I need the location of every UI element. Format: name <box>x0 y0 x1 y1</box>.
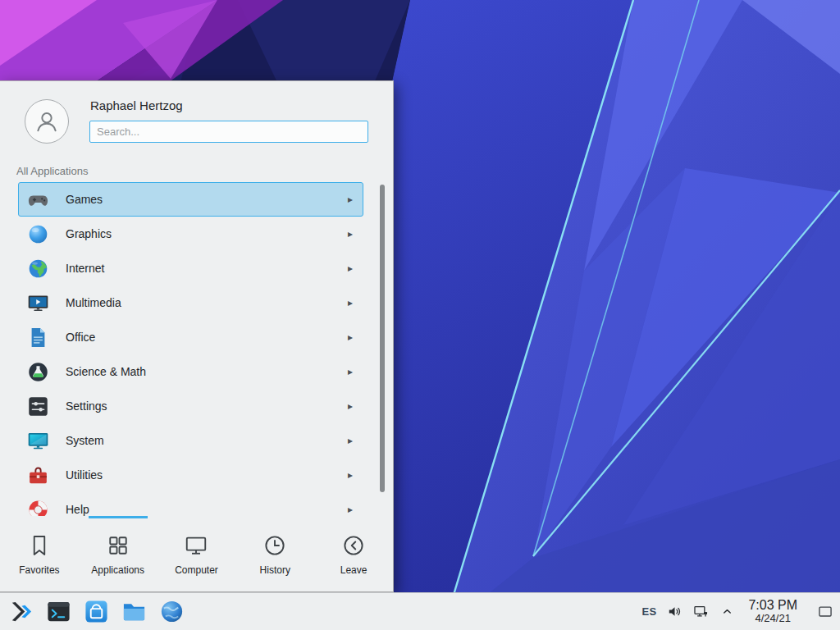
user-name: Raphael Hertzog <box>90 98 183 112</box>
submenu-arrow-icon: ▸ <box>348 297 354 308</box>
application-launcher: Raphael Hertzog All Applications Games ▸ <box>0 80 394 592</box>
category-row-office[interactable]: Office ▸ <box>18 320 363 354</box>
grid-icon <box>106 533 130 558</box>
sliders-icon <box>27 395 49 418</box>
blue-sphere-icon <box>27 223 49 245</box>
submenu-arrow-icon: ▸ <box>348 194 354 205</box>
leave-circle-icon <box>341 533 366 558</box>
network-icon[interactable] <box>692 604 709 620</box>
launcher-logo-icon <box>8 599 34 624</box>
category-row-utilities[interactable]: Utilities ▸ <box>18 458 363 492</box>
tab-label: Favorites <box>19 564 59 576</box>
tab-label: Computer <box>175 564 218 576</box>
category-row-multimedia[interactable]: Multimedia ▸ <box>18 285 363 320</box>
tab-label: Applications <box>91 564 144 576</box>
category-row-internet[interactable]: Internet ▸ <box>18 251 363 285</box>
clock-date: 4/24/21 <box>748 613 797 625</box>
submenu-arrow-icon: ▸ <box>348 262 354 274</box>
category-row-science-math[interactable]: Science & Math ▸ <box>18 354 363 389</box>
tab-applications[interactable]: Applications <box>79 516 158 591</box>
tab-label: Leave <box>340 564 368 576</box>
document-icon <box>27 326 49 349</box>
search-input[interactable] <box>89 121 368 143</box>
bookmark-icon <box>27 533 52 558</box>
submenu-arrow-icon: ▸ <box>348 469 354 481</box>
digital-clock[interactable]: 7:03 PM 4/24/21 <box>748 598 797 625</box>
submenu-arrow-icon: ▸ <box>348 504 354 515</box>
submenu-arrow-icon: ▸ <box>348 331 354 343</box>
software-center-button[interactable] <box>80 596 112 628</box>
show-desktop-button[interactable] <box>814 595 837 629</box>
lifebuoy-icon <box>27 499 49 518</box>
show-desktop-icon <box>817 604 833 620</box>
terminal-icon <box>46 599 71 624</box>
launcher-tab-bar: Favorites Applications <box>0 516 393 591</box>
category-row-system[interactable]: System ▸ <box>18 423 363 458</box>
clock-time: 7:03 PM <box>748 598 797 613</box>
category-row-graphics[interactable]: Graphics ▸ <box>18 217 363 251</box>
file-manager-button[interactable] <box>118 596 149 628</box>
system-tray: ES 7:03 PM <box>641 595 837 629</box>
category-label: Graphics <box>66 227 348 240</box>
category-label: Science & Math <box>66 365 348 378</box>
flask-icon <box>27 361 49 383</box>
category-label: Internet <box>66 262 348 275</box>
category-label: System <box>66 434 348 447</box>
taskbar: ES 7:03 PM <box>0 592 840 630</box>
category-label: Games <box>66 193 348 206</box>
submenu-arrow-icon: ▸ <box>348 228 354 240</box>
submenu-arrow-icon: ▸ <box>348 435 354 446</box>
section-label: All Applications <box>16 165 88 177</box>
clock-icon <box>262 533 287 558</box>
globe-icon <box>27 258 49 280</box>
volume-icon[interactable] <box>666 604 682 620</box>
terminal-app-button[interactable] <box>43 596 74 628</box>
keyboard-layout-indicator[interactable]: ES <box>641 605 656 618</box>
tab-favorites[interactable]: Favorites <box>0 516 79 591</box>
tab-computer[interactable]: Computer <box>158 516 236 591</box>
app-launcher-button[interactable] <box>5 596 36 628</box>
category-label: Multimedia <box>66 296 348 309</box>
submenu-arrow-icon: ▸ <box>348 366 354 377</box>
category-row-games[interactable]: Games ▸ <box>18 182 363 217</box>
monitor-play-icon <box>27 292 49 314</box>
category-label: Office <box>66 331 348 344</box>
person-icon <box>33 107 61 135</box>
category-label: Utilities <box>66 468 348 482</box>
category-label: Help <box>66 503 348 516</box>
tab-leave[interactable]: Leave <box>314 516 393 591</box>
tab-label: History <box>260 564 290 576</box>
teal-monitor-icon <box>27 430 49 452</box>
user-avatar[interactable] <box>25 99 69 144</box>
software-center-icon <box>84 599 109 624</box>
category-list: Games ▸ Graphics ▸ <box>18 182 363 518</box>
gamepad-icon <box>27 189 49 211</box>
web-browser-button[interactable] <box>156 596 187 628</box>
submenu-arrow-icon: ▸ <box>348 400 354 412</box>
monitor-icon <box>184 533 208 558</box>
desktop: Raphael Hertzog All Applications Games ▸ <box>0 0 840 630</box>
toolbox-icon <box>27 464 49 486</box>
browser-globe-icon <box>159 599 185 624</box>
category-row-help[interactable]: Help ▸ <box>18 492 363 518</box>
list-scrollbar[interactable] <box>380 185 385 492</box>
tray-expander-icon[interactable] <box>719 604 735 620</box>
category-row-settings[interactable]: Settings ▸ <box>18 389 363 423</box>
category-label: Settings <box>66 399 348 413</box>
folder-icon <box>121 599 147 624</box>
tab-history[interactable]: History <box>235 516 314 591</box>
